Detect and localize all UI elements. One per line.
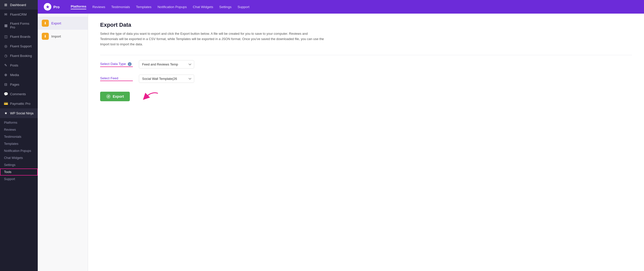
check-icon: ✓ xyxy=(106,94,111,99)
sidebar-sub-item-support[interactable]: Support xyxy=(0,176,38,183)
sidebar-sub-item-tools[interactable]: Tools xyxy=(0,168,38,176)
media-icon: ⊕ xyxy=(4,73,8,77)
feed-row: Select Feed Social Wall Template(26 Soci… xyxy=(100,75,251,83)
sidebar-item-media[interactable]: ⊕Media xyxy=(0,70,38,80)
topnav-link-templates[interactable]: Templates xyxy=(136,5,152,9)
sidebar-item-fluent-support[interactable]: ◎Fluent Support xyxy=(0,41,38,51)
sidebar-item-fluent-boards[interactable]: ◫Fluent Boards xyxy=(0,32,38,41)
sidebar-item-comments[interactable]: 💬Comments xyxy=(0,89,38,99)
feed-label: Select Feed xyxy=(100,76,133,81)
posts-icon: ✎ xyxy=(4,63,8,67)
data-type-row: Select Data Type i Feed and Reviews Temp… xyxy=(100,60,251,69)
feed-select[interactable]: Social Wall Template(26 Social Wall Temp… xyxy=(139,75,194,83)
main-content: ★ Pro PlatformsReviewsTestimonialsTempla… xyxy=(38,0,644,271)
export-btn-row: ✓ Export xyxy=(100,89,251,104)
sidebar-label-pages: Pages xyxy=(10,83,19,86)
side-panel: ⬇Export⬇Import xyxy=(38,14,88,271)
page-body: ⬇Export⬇Import Export Data Select the ty… xyxy=(38,14,644,271)
sidebar-label-fluentcrm: FluentCRM xyxy=(10,13,27,16)
sidebar-label-posts: Posts xyxy=(10,63,18,67)
info-icon[interactable]: i xyxy=(128,62,132,66)
sidebar-item-fluent-forms-pro[interactable]: ▦Fluent Forms Pro xyxy=(0,19,38,32)
brand-logo: ★ xyxy=(44,3,51,11)
sidebar-item-posts[interactable]: ✎Posts xyxy=(0,60,38,70)
paymattic-pro-icon: 💳 xyxy=(4,101,8,106)
sidebar-sub-item-templates[interactable]: Templates xyxy=(0,140,38,147)
sidebar-label-wp-social-ninja: WP Social Ninja xyxy=(10,111,33,115)
arrow-svg xyxy=(135,89,160,104)
sidebar-label-dashboard: Dashboard xyxy=(10,3,26,7)
section-divider xyxy=(100,55,632,55)
sidebar-label-media: Media xyxy=(10,73,19,77)
fluentcrm-icon: ✉ xyxy=(4,12,8,17)
panel-label-export: Export xyxy=(51,21,61,25)
topnav-link-settings[interactable]: Settings xyxy=(219,5,232,9)
topnav-link-testimonials[interactable]: Testimonials xyxy=(111,5,130,9)
brand-label: Pro xyxy=(53,5,60,9)
sidebar-item-fluent-booking[interactable]: ◷Fluent Booking xyxy=(0,51,38,60)
top-nav: ★ Pro PlatformsReviewsTestimonialsTempla… xyxy=(38,0,644,14)
data-type-select[interactable]: Feed and Reviews Temp Reviews Testimonia… xyxy=(139,60,194,69)
form-section: Select Data Type i Feed and Reviews Temp… xyxy=(100,60,251,104)
sidebar-label-fluent-boards: Fluent Boards xyxy=(10,35,30,39)
sidebar-label-fluent-booking: Fluent Booking xyxy=(10,54,32,58)
page-title: Export Data xyxy=(100,22,632,28)
topnav-link-platforms[interactable]: Platforms xyxy=(71,5,86,9)
sidebar-sub-item-settings[interactable]: Settings xyxy=(0,161,38,168)
pages-icon: ⊟ xyxy=(4,82,8,87)
sidebar-label-comments: Comments xyxy=(10,92,26,96)
fluent-boards-icon: ◫ xyxy=(4,34,8,39)
topnav-link-notification-popups[interactable]: Notification Popups xyxy=(157,5,187,9)
panel-label-import: Import xyxy=(51,35,61,38)
sidebar-sub-item-reviews[interactable]: Reviews xyxy=(0,126,38,133)
export-btn-label: Export xyxy=(113,94,124,98)
dashboard-icon: ⊞ xyxy=(4,3,8,7)
topnav-link-reviews[interactable]: Reviews xyxy=(92,5,105,9)
brand: ★ Pro xyxy=(44,3,60,11)
arrow-annotation xyxy=(135,89,160,104)
sidebar-item-wp-social-ninja[interactable]: ★WP Social Ninja xyxy=(0,108,38,118)
topnav-link-chat-widgets[interactable]: Chat Widgets xyxy=(193,5,213,9)
sidebar-sub-item-notification-popups[interactable]: Notification Popups xyxy=(0,147,38,154)
sidebar-submenu: PlatformsReviewsTestimonialsTemplatesNot… xyxy=(0,118,38,184)
comments-icon: 💬 xyxy=(4,92,8,96)
sidebar-label-fluent-support: Fluent Support xyxy=(10,44,31,48)
sidebar-item-pages[interactable]: ⊟Pages xyxy=(0,80,38,89)
data-type-label: Select Data Type i xyxy=(100,62,133,67)
import-panel-icon: ⬇ xyxy=(42,33,49,40)
fluent-support-icon: ◎ xyxy=(4,44,8,48)
sidebar-label-paymattic-pro: Paymattic Pro xyxy=(10,102,30,106)
page-description: Select the type of data you want to expo… xyxy=(100,31,327,47)
sidebar-item-fluentcrm[interactable]: ✉FluentCRM xyxy=(0,10,38,19)
sidebar-item-dashboard[interactable]: ⊞Dashboard xyxy=(0,0,38,10)
sidebar-item-paymattic-pro[interactable]: 💳Paymattic Pro xyxy=(0,99,38,108)
topnav-link-support[interactable]: Support xyxy=(237,5,249,9)
fluent-forms-pro-icon: ▦ xyxy=(4,23,8,28)
sidebar-label-fluent-forms-pro: Fluent Forms Pro xyxy=(10,22,34,29)
panel-item-export[interactable]: ⬇Export xyxy=(38,17,88,30)
panel-item-import[interactable]: ⬇Import xyxy=(38,30,88,43)
export-panel-icon: ⬇ xyxy=(42,20,49,27)
fluent-booking-icon: ◷ xyxy=(4,53,8,58)
sidebar-sub-item-testimonials[interactable]: Testimonials xyxy=(0,133,38,140)
content-area: Export Data Select the type of data you … xyxy=(88,14,644,271)
export-button[interactable]: ✓ Export xyxy=(100,92,130,101)
sidebar-sub-item-chat-widgets[interactable]: Chat Widgets xyxy=(0,154,38,161)
wp-social-ninja-icon: ★ xyxy=(4,111,8,115)
sidebar: ⊞Dashboard✉FluentCRM▦Fluent Forms Pro◫Fl… xyxy=(0,0,38,271)
sidebar-sub-item-platforms[interactable]: Platforms xyxy=(0,119,38,126)
